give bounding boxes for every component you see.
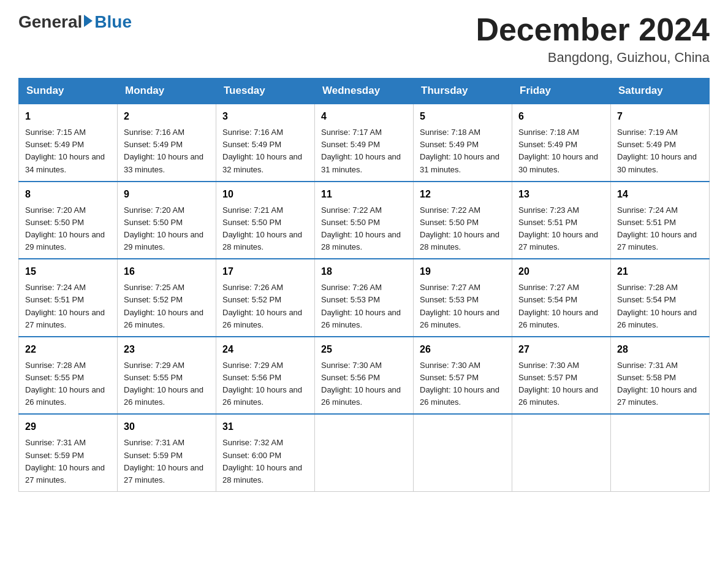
day-info: Sunrise: 7:19 AMSunset: 5:49 PMDaylight:… bbox=[617, 128, 697, 174]
table-row: 27 Sunrise: 7:30 AMSunset: 5:57 PMDaylig… bbox=[512, 337, 611, 415]
table-row: 22 Sunrise: 7:28 AMSunset: 5:55 PMDaylig… bbox=[19, 337, 118, 415]
day-number: 30 bbox=[124, 419, 210, 434]
table-row: 24 Sunrise: 7:29 AMSunset: 5:56 PMDaylig… bbox=[216, 337, 315, 415]
day-number: 2 bbox=[124, 109, 210, 124]
day-info: Sunrise: 7:21 AMSunset: 5:50 PMDaylight:… bbox=[222, 205, 302, 251]
header: General Blue December 2024 Bangdong, Gui… bbox=[18, 12, 710, 66]
day-number: 7 bbox=[617, 109, 703, 124]
table-row: 19 Sunrise: 7:27 AMSunset: 5:53 PMDaylig… bbox=[414, 259, 512, 337]
table-row: 31 Sunrise: 7:32 AMSunset: 6:00 PMDaylig… bbox=[216, 414, 315, 491]
day-number: 23 bbox=[124, 342, 210, 357]
day-info: Sunrise: 7:30 AMSunset: 5:56 PMDaylight:… bbox=[321, 361, 401, 407]
week-row-4: 22 Sunrise: 7:28 AMSunset: 5:55 PMDaylig… bbox=[19, 337, 710, 415]
day-number: 28 bbox=[617, 342, 703, 357]
month-title: December 2024 bbox=[476, 12, 710, 47]
logo-blue-text: Blue bbox=[94, 12, 132, 32]
table-row: 10 Sunrise: 7:21 AMSunset: 5:50 PMDaylig… bbox=[216, 182, 315, 259]
day-info: Sunrise: 7:30 AMSunset: 5:57 PMDaylight:… bbox=[420, 361, 499, 407]
day-number: 25 bbox=[321, 342, 407, 357]
table-row bbox=[315, 414, 414, 491]
table-row: 1 Sunrise: 7:15 AMSunset: 5:49 PMDayligh… bbox=[19, 104, 118, 182]
col-sunday: Sunday bbox=[19, 79, 118, 104]
day-info: Sunrise: 7:27 AMSunset: 5:54 PMDaylight:… bbox=[518, 283, 598, 329]
day-number: 5 bbox=[420, 109, 506, 124]
day-info: Sunrise: 7:15 AMSunset: 5:49 PMDaylight:… bbox=[25, 128, 105, 174]
day-number: 22 bbox=[25, 342, 111, 357]
day-info: Sunrise: 7:18 AMSunset: 5:49 PMDaylight:… bbox=[420, 128, 499, 174]
day-number: 13 bbox=[518, 187, 604, 202]
table-row: 9 Sunrise: 7:20 AMSunset: 5:50 PMDayligh… bbox=[118, 182, 216, 259]
day-number: 26 bbox=[420, 342, 506, 357]
day-number: 9 bbox=[124, 187, 210, 202]
logo-general-text: General bbox=[18, 12, 82, 32]
table-row: 18 Sunrise: 7:26 AMSunset: 5:53 PMDaylig… bbox=[315, 259, 414, 337]
day-number: 11 bbox=[321, 187, 407, 202]
table-row: 28 Sunrise: 7:31 AMSunset: 5:58 PMDaylig… bbox=[611, 337, 710, 415]
day-number: 16 bbox=[124, 264, 210, 279]
table-row bbox=[512, 414, 611, 491]
day-info: Sunrise: 7:28 AMSunset: 5:54 PMDaylight:… bbox=[617, 283, 697, 329]
day-info: Sunrise: 7:26 AMSunset: 5:53 PMDaylight:… bbox=[321, 283, 401, 329]
table-row: 6 Sunrise: 7:18 AMSunset: 5:49 PMDayligh… bbox=[512, 104, 611, 182]
day-number: 4 bbox=[321, 109, 407, 124]
logo-arrow-icon bbox=[84, 15, 93, 27]
day-number: 6 bbox=[518, 109, 604, 124]
day-info: Sunrise: 7:29 AMSunset: 5:56 PMDaylight:… bbox=[222, 361, 302, 407]
week-row-2: 8 Sunrise: 7:20 AMSunset: 5:50 PMDayligh… bbox=[19, 182, 710, 259]
day-number: 24 bbox=[222, 342, 308, 357]
day-info: Sunrise: 7:24 AMSunset: 5:51 PMDaylight:… bbox=[617, 205, 697, 251]
day-number: 27 bbox=[518, 342, 604, 357]
table-row: 16 Sunrise: 7:25 AMSunset: 5:52 PMDaylig… bbox=[118, 259, 216, 337]
day-info: Sunrise: 7:16 AMSunset: 5:49 PMDaylight:… bbox=[124, 128, 203, 174]
calendar-table: Sunday Monday Tuesday Wednesday Thursday… bbox=[18, 78, 710, 492]
day-info: Sunrise: 7:18 AMSunset: 5:49 PMDaylight:… bbox=[518, 128, 598, 174]
week-row-5: 29 Sunrise: 7:31 AMSunset: 5:59 PMDaylig… bbox=[19, 414, 710, 491]
header-row: Sunday Monday Tuesday Wednesday Thursday… bbox=[19, 79, 710, 104]
day-number: 15 bbox=[25, 264, 111, 279]
day-info: Sunrise: 7:20 AMSunset: 5:50 PMDaylight:… bbox=[25, 205, 105, 251]
day-info: Sunrise: 7:26 AMSunset: 5:52 PMDaylight:… bbox=[222, 283, 302, 329]
table-row: 7 Sunrise: 7:19 AMSunset: 5:49 PMDayligh… bbox=[611, 104, 710, 182]
day-number: 21 bbox=[617, 264, 703, 279]
col-wednesday: Wednesday bbox=[315, 79, 414, 104]
day-info: Sunrise: 7:16 AMSunset: 5:49 PMDaylight:… bbox=[222, 128, 302, 174]
table-row: 15 Sunrise: 7:24 AMSunset: 5:51 PMDaylig… bbox=[19, 259, 118, 337]
day-number: 1 bbox=[25, 109, 111, 124]
col-thursday: Thursday bbox=[414, 79, 512, 104]
table-row: 25 Sunrise: 7:30 AMSunset: 5:56 PMDaylig… bbox=[315, 337, 414, 415]
day-number: 8 bbox=[25, 187, 111, 202]
logo: General Blue bbox=[18, 12, 132, 32]
table-row: 5 Sunrise: 7:18 AMSunset: 5:49 PMDayligh… bbox=[414, 104, 512, 182]
table-row: 4 Sunrise: 7:17 AMSunset: 5:49 PMDayligh… bbox=[315, 104, 414, 182]
table-row bbox=[611, 414, 710, 491]
day-info: Sunrise: 7:25 AMSunset: 5:52 PMDaylight:… bbox=[124, 283, 203, 329]
day-info: Sunrise: 7:29 AMSunset: 5:55 PMDaylight:… bbox=[124, 361, 203, 407]
table-row: 23 Sunrise: 7:29 AMSunset: 5:55 PMDaylig… bbox=[118, 337, 216, 415]
table-row: 17 Sunrise: 7:26 AMSunset: 5:52 PMDaylig… bbox=[216, 259, 315, 337]
day-info: Sunrise: 7:20 AMSunset: 5:50 PMDaylight:… bbox=[124, 205, 203, 251]
day-info: Sunrise: 7:23 AMSunset: 5:51 PMDaylight:… bbox=[518, 205, 598, 251]
day-number: 14 bbox=[617, 187, 703, 202]
day-info: Sunrise: 7:27 AMSunset: 5:53 PMDaylight:… bbox=[420, 283, 499, 329]
table-row bbox=[414, 414, 512, 491]
day-info: Sunrise: 7:31 AMSunset: 5:58 PMDaylight:… bbox=[617, 361, 697, 407]
location-title: Bangdong, Guizhou, China bbox=[476, 50, 710, 66]
table-row: 12 Sunrise: 7:22 AMSunset: 5:50 PMDaylig… bbox=[414, 182, 512, 259]
title-area: December 2024 Bangdong, Guizhou, China bbox=[476, 12, 710, 66]
col-saturday: Saturday bbox=[611, 79, 710, 104]
table-row: 30 Sunrise: 7:31 AMSunset: 5:59 PMDaylig… bbox=[118, 414, 216, 491]
day-info: Sunrise: 7:17 AMSunset: 5:49 PMDaylight:… bbox=[321, 128, 401, 174]
day-number: 12 bbox=[420, 187, 506, 202]
table-row: 21 Sunrise: 7:28 AMSunset: 5:54 PMDaylig… bbox=[611, 259, 710, 337]
table-row: 8 Sunrise: 7:20 AMSunset: 5:50 PMDayligh… bbox=[19, 182, 118, 259]
table-row: 11 Sunrise: 7:22 AMSunset: 5:50 PMDaylig… bbox=[315, 182, 414, 259]
day-number: 10 bbox=[222, 187, 308, 202]
day-info: Sunrise: 7:31 AMSunset: 5:59 PMDaylight:… bbox=[124, 438, 203, 484]
day-number: 18 bbox=[321, 264, 407, 279]
table-row: 13 Sunrise: 7:23 AMSunset: 5:51 PMDaylig… bbox=[512, 182, 611, 259]
day-number: 20 bbox=[518, 264, 604, 279]
col-friday: Friday bbox=[512, 79, 611, 104]
day-number: 3 bbox=[222, 109, 308, 124]
week-row-3: 15 Sunrise: 7:24 AMSunset: 5:51 PMDaylig… bbox=[19, 259, 710, 337]
day-info: Sunrise: 7:22 AMSunset: 5:50 PMDaylight:… bbox=[321, 205, 401, 251]
